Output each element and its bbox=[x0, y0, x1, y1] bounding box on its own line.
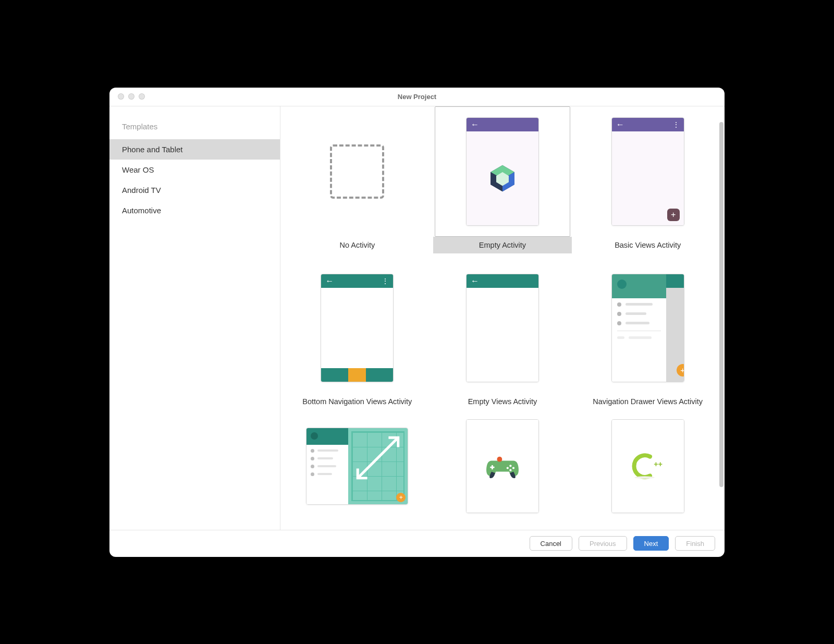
template-label: No Activity bbox=[288, 237, 427, 253]
sidebar-heading: Templates bbox=[109, 118, 280, 139]
template-label: Empty Activity bbox=[433, 237, 572, 253]
template-thumb: ← bbox=[435, 106, 570, 237]
svg-point-14 bbox=[634, 476, 654, 479]
sidebar-item-label: Android TV bbox=[122, 186, 161, 195]
no-activity-icon bbox=[330, 144, 384, 199]
svg-text:++: ++ bbox=[654, 459, 663, 468]
minimize-window-icon[interactable] bbox=[128, 93, 134, 100]
zoom-window-icon[interactable] bbox=[139, 93, 145, 100]
template-game[interactable] bbox=[433, 419, 572, 513]
phone-mock-icon: ++ bbox=[611, 419, 684, 513]
template-nav-drawer[interactable]: + Navigation Drawer Views Activity bbox=[578, 263, 717, 410]
phone-mock-icon: ← bbox=[466, 274, 539, 382]
back-arrow-icon: ← bbox=[325, 277, 334, 285]
template-basic-views[interactable]: ← ⋮ + Basic Views Activity bbox=[578, 106, 717, 253]
overflow-icon: ⋮ bbox=[382, 277, 389, 285]
next-button[interactable]: Next bbox=[633, 536, 669, 551]
template-thumb: + bbox=[580, 263, 716, 393]
template-bottom-nav[interactable]: ← ⋮ Bottom Navigation Views Activity bbox=[288, 263, 427, 410]
sidebar-item-automotive[interactable]: Automotive bbox=[109, 200, 280, 221]
sidebar-item-android-tv[interactable]: Android TV bbox=[109, 180, 280, 200]
template-label: Bottom Navigation Views Activity bbox=[288, 393, 427, 410]
phone-mock-icon: ← ⋮ bbox=[321, 274, 394, 382]
svg-point-9 bbox=[509, 465, 511, 467]
dialog-body: Templates Phone and Tablet Wear OS Andro… bbox=[109, 106, 725, 530]
close-window-icon[interactable] bbox=[118, 93, 124, 100]
template-label: Empty Views Activity bbox=[433, 393, 572, 410]
cancel-button[interactable]: Cancel bbox=[530, 536, 572, 551]
template-empty-activity[interactable]: ← bbox=[433, 106, 572, 253]
window-controls bbox=[109, 93, 145, 100]
back-arrow-icon: ← bbox=[616, 120, 624, 129]
sidebar: Templates Phone and Tablet Wear OS Andro… bbox=[109, 106, 280, 530]
compose-logo-icon bbox=[487, 163, 518, 194]
finish-button[interactable]: Finish bbox=[675, 536, 715, 551]
template-cpp[interactable]: ++ bbox=[578, 419, 717, 513]
template-thumb bbox=[435, 419, 570, 513]
scrollbar[interactable] bbox=[719, 122, 723, 487]
phone-mock-icon bbox=[466, 419, 539, 513]
template-thumb: ++ bbox=[580, 419, 716, 513]
drawer-mock-icon: + bbox=[611, 274, 684, 382]
template-thumb: ← ⋮ bbox=[289, 263, 425, 393]
template-responsive[interactable]: + bbox=[288, 419, 427, 513]
dialog-footer: Cancel Previous Next Finish bbox=[109, 530, 725, 557]
overflow-icon: ⋮ bbox=[672, 120, 680, 129]
template-thumb: ← bbox=[435, 263, 570, 393]
svg-point-12 bbox=[507, 467, 509, 469]
svg-point-6 bbox=[497, 456, 502, 461]
svg-point-11 bbox=[509, 469, 511, 471]
back-arrow-icon: ← bbox=[471, 277, 479, 285]
cpp-icon: ++ bbox=[627, 451, 669, 482]
bottom-nav-icon bbox=[321, 368, 393, 382]
fab-icon: + bbox=[667, 209, 680, 221]
template-thumb bbox=[289, 106, 425, 237]
resize-arrow-icon bbox=[351, 431, 404, 484]
svg-rect-8 bbox=[490, 466, 494, 468]
titlebar: New Project bbox=[109, 88, 725, 106]
template-thumb: + bbox=[289, 419, 425, 513]
sidebar-item-label: Wear OS bbox=[122, 165, 154, 174]
back-arrow-icon: ← bbox=[471, 120, 479, 129]
sidebar-item-label: Automotive bbox=[122, 206, 161, 215]
sidebar-item-phone-tablet[interactable]: Phone and Tablet bbox=[109, 139, 280, 160]
new-project-window: New Project Templates Phone and Tablet W… bbox=[109, 88, 725, 557]
template-label: Basic Views Activity bbox=[578, 237, 717, 253]
phone-mock-icon: ← ⋮ + bbox=[611, 117, 684, 226]
sidebar-item-wear-os[interactable]: Wear OS bbox=[109, 160, 280, 180]
svg-line-5 bbox=[358, 438, 399, 478]
template-empty-views[interactable]: ← Empty Views Activity bbox=[433, 263, 572, 410]
sidebar-item-label: Phone and Tablet bbox=[122, 145, 183, 154]
svg-point-10 bbox=[512, 467, 514, 469]
template-gallery: No Activity ← bbox=[280, 106, 725, 530]
previous-button[interactable]: Previous bbox=[579, 536, 627, 551]
template-label: Navigation Drawer Views Activity bbox=[578, 393, 717, 410]
phone-mock-icon: ← bbox=[466, 117, 539, 226]
responsive-mock-icon: + bbox=[306, 428, 408, 505]
window-title: New Project bbox=[109, 93, 725, 101]
template-thumb: ← ⋮ + bbox=[580, 106, 716, 237]
gamepad-icon bbox=[484, 453, 521, 479]
template-no-activity[interactable]: No Activity bbox=[288, 106, 427, 253]
